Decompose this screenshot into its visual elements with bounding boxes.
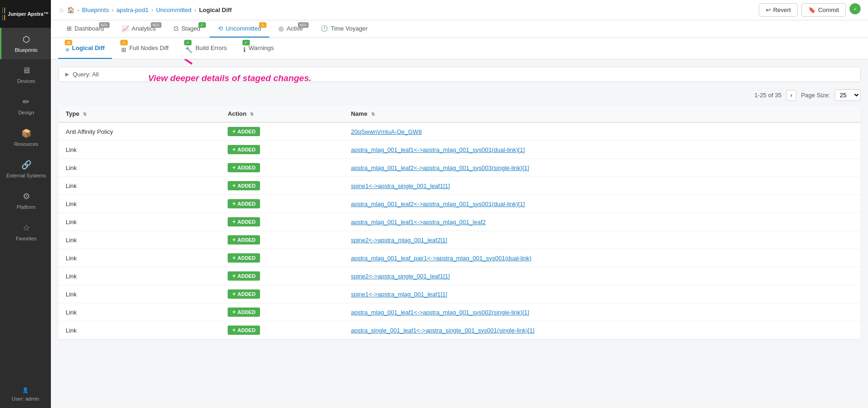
name-link[interactable]: apstra_single_001_leaf1<->apstra_single_…: [351, 327, 534, 334]
cell-type: Link: [58, 213, 220, 231]
col-action-sort-icon: ⇅: [250, 112, 254, 117]
tab-analytics[interactable]: 📈 Analytics N/A: [113, 20, 164, 38]
staged-tab-label: Staged: [181, 25, 200, 32]
sidebar-user[interactable]: 👤 User: admin: [0, 381, 51, 408]
cell-name[interactable]: apstra_mlag_001_leaf1<->apstra_mlag_001_…: [343, 141, 861, 159]
name-link[interactable]: 20qSwwnVmluA-Oe_GW8: [351, 128, 422, 135]
table-row: Link+ ADDEDapstra_mlag_001_leaf2<->apstr…: [58, 195, 861, 213]
logo-cell-red: [2, 7, 3, 13]
sidebar-item-devices[interactable]: 🖥 Devices: [0, 59, 51, 90]
resources-icon: 📦: [21, 128, 31, 138]
main-area: ☆ 🏠 › Blueprints › apstra-pod1 › Uncommi…: [51, 0, 868, 408]
table-row: Anti Affinity Policy+ ADDED20qSwwnVmluA-…: [58, 122, 861, 141]
breadcrumb-pod[interactable]: apstra-pod1: [117, 6, 149, 13]
sidebar: Juniper Apstra™ ⬡ Blueprints 🖥 Devices ✏…: [0, 0, 51, 408]
cell-name[interactable]: spine2<->apstra_mlag_001_leaf2[1]: [343, 231, 861, 249]
breadcrumb-current: Logical Diff: [199, 6, 232, 13]
breadcrumb-blueprints[interactable]: Blueprints: [82, 6, 109, 13]
subtab-warnings[interactable]: ✓ ℹ Warnings: [236, 38, 281, 59]
cell-name[interactable]: spine1<->apstra_single_001_leaf1[1]: [343, 177, 861, 195]
logo-cell-green: [4, 7, 5, 13]
sidebar-item-platform[interactable]: ⚙ Platform: [0, 185, 51, 216]
cell-type: Anti Affinity Policy: [58, 122, 220, 141]
col-header-type[interactable]: Type ⇅: [58, 106, 220, 122]
cell-type: Link: [58, 321, 220, 339]
home-icon[interactable]: 🏠: [67, 6, 74, 13]
name-link[interactable]: spine2<->apstra_mlag_001_leaf2[1]: [351, 237, 447, 244]
cell-name[interactable]: 20qSwwnVmluA-Oe_GW8: [343, 122, 861, 141]
tab-active[interactable]: ◎ Active N/A: [270, 20, 311, 38]
page-size-select[interactable]: 10 25 50 100: [835, 89, 861, 101]
cell-type: Link: [58, 159, 220, 177]
sidebar-label-platform: Platform: [17, 204, 36, 210]
table-row: Link+ ADDEDapstra_mlag_001_leaf_pair1<->…: [58, 249, 861, 267]
cell-name[interactable]: apstra_mlag_001_leaf1<->apstra_mlag_001_…: [343, 213, 861, 231]
sidebar-item-resources[interactable]: 📦 Resources: [0, 122, 51, 153]
tab-uncommitted[interactable]: ⟲ Uncommitted ⚠: [210, 20, 270, 38]
sidebar-label-blueprints: Blueprints: [15, 47, 37, 53]
cell-name[interactable]: apstra_mlag_001_leaf_pair1<->apstra_mlag…: [343, 249, 861, 267]
cell-name[interactable]: spine1<->apstra_mlag_001_leaf1[1]: [343, 285, 861, 303]
logo-cell-blue: [2, 15, 3, 21]
table-row: Link+ ADDEDapstra_mlag_001_leaf1<->apstr…: [58, 303, 861, 321]
cell-name[interactable]: apstra_mlag_001_leaf2<->apstra_mlag_001_…: [343, 195, 861, 213]
revert-button[interactable]: ↩ Revert: [759, 3, 798, 17]
uncommitted-tab-badge: ⚠: [259, 22, 267, 28]
logo-cell-orange: [4, 15, 5, 21]
action-badge: + ADDED: [228, 217, 260, 226]
name-link[interactable]: spine1<->apstra_mlag_001_leaf1[1]: [351, 291, 447, 298]
uncommitted-tab-label: Uncommitted: [226, 25, 261, 32]
name-link[interactable]: apstra_mlag_001_leaf_pair1<->apstra_mlag…: [351, 255, 531, 262]
commit-button[interactable]: 🔖 Commit: [801, 3, 846, 17]
cell-name[interactable]: spine2<->apstra_single_001_leaf1[1]: [343, 267, 861, 285]
platform-icon: ⚙: [23, 191, 30, 201]
app-name: Juniper Apstra™: [8, 11, 49, 17]
col-action-label: Action: [228, 110, 246, 117]
star-icon[interactable]: ☆: [58, 6, 64, 14]
name-link[interactable]: apstra_mlag_001_leaf1<->apstra_mlag_001_…: [351, 219, 485, 226]
full-nodes-diff-icon: ⊞: [121, 46, 126, 53]
tab-staged[interactable]: ⊡ Staged ✓: [165, 20, 209, 38]
full-nodes-diff-label: Full Nodes Diff: [129, 44, 168, 51]
sidebar-label-external-systems: External Systems: [6, 173, 46, 178]
action-badge: + ADDED: [228, 145, 260, 154]
subtab-logical-diff[interactable]: ⚠ ≡ Logical Diff: [58, 38, 112, 59]
cell-action: + ADDED: [220, 141, 343, 159]
col-header-action[interactable]: Action ⇅: [220, 106, 343, 122]
breadcrumb-sep-3: ›: [151, 6, 153, 13]
cell-name[interactable]: apstra_mlag_001_leaf1<->apstra_mlag_001_…: [343, 303, 861, 321]
sidebar-item-blueprints[interactable]: ⬡ Blueprints: [0, 28, 51, 59]
external-systems-icon: 🔗: [21, 160, 31, 170]
analytics-tab-badge: N/A: [151, 22, 161, 28]
name-link[interactable]: apstra_mlag_001_leaf2<->apstra_mlag_001_…: [351, 164, 529, 171]
cell-action: + ADDED: [220, 195, 343, 213]
query-bar[interactable]: ▶ Query: All: [58, 67, 861, 82]
cell-type: Link: [58, 195, 220, 213]
revert-label: Revert: [773, 6, 791, 13]
action-badge: + ADDED: [228, 289, 260, 299]
tab-time-voyager[interactable]: 🕐 Time Voyager: [312, 20, 376, 38]
user-avatar-icon: 👤: [22, 387, 29, 393]
name-link[interactable]: spine1<->apstra_single_001_leaf1[1]: [351, 182, 450, 189]
cell-name[interactable]: apstra_mlag_001_leaf2<->apstra_mlag_001_…: [343, 159, 861, 177]
cell-type: Link: [58, 285, 220, 303]
col-header-name[interactable]: Name ⇅: [343, 106, 861, 122]
cell-type: Link: [58, 177, 220, 195]
sidebar-item-favorites[interactable]: ☆ Favorites: [0, 216, 51, 248]
pagination-next-button[interactable]: ›: [786, 90, 796, 101]
name-link[interactable]: apstra_mlag_001_leaf2<->apstra_mlag_001_…: [351, 201, 525, 207]
time-voyager-tab-label: Time Voyager: [331, 25, 368, 32]
table-body: Anti Affinity Policy+ ADDED20qSwwnVmluA-…: [58, 122, 861, 339]
breadcrumb-uncommitted[interactable]: Uncommitted: [156, 6, 192, 13]
name-link[interactable]: spine2<->apstra_single_001_leaf1[1]: [351, 273, 450, 280]
subtab-build-errors[interactable]: ✓ 🔧 Build Errors: [178, 38, 234, 59]
name-link[interactable]: apstra_mlag_001_leaf1<->apstra_mlag_001_…: [351, 309, 529, 316]
subtab-full-nodes-diff[interactable]: ⚠ ⊞ Full Nodes Diff: [114, 38, 176, 59]
sidebar-item-design[interactable]: ✏ Design: [0, 90, 51, 122]
cell-name[interactable]: apstra_single_001_leaf1<->apstra_single_…: [343, 321, 861, 339]
name-link[interactable]: apstra_mlag_001_leaf1<->apstra_mlag_001_…: [351, 146, 525, 153]
tab-dashboard[interactable]: ⊞ Dashboard N/A: [58, 20, 112, 38]
table-row: Link+ ADDEDapstra_single_001_leaf1<->aps…: [58, 321, 861, 339]
table-row: Link+ ADDEDspine1<->apstra_single_001_le…: [58, 177, 861, 195]
sidebar-item-external-systems[interactable]: 🔗 External Systems: [0, 153, 51, 185]
